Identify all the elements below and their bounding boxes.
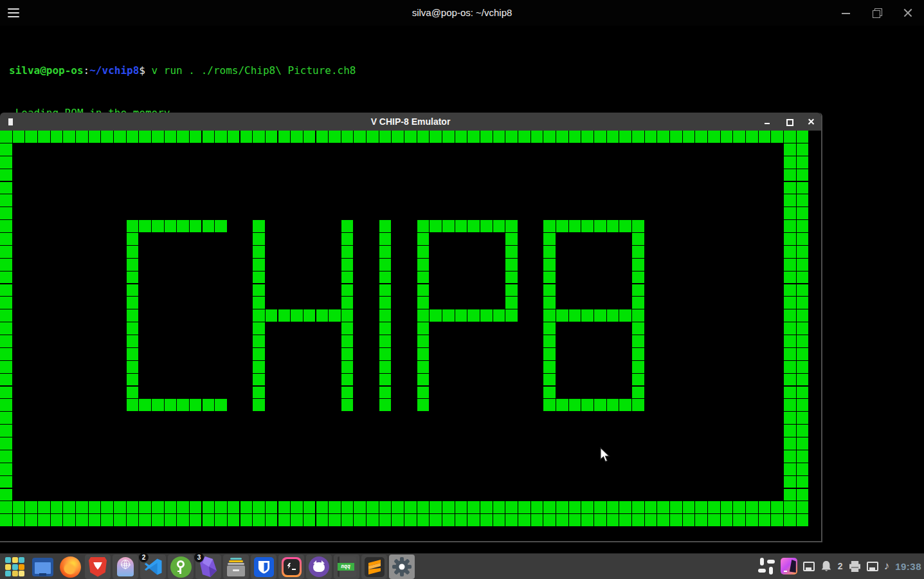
ghost-browser-button[interactable] <box>113 555 138 579</box>
music-note-tray-icon[interactable]: ♪ <box>884 560 890 573</box>
slack-tray-icon[interactable] <box>758 558 775 574</box>
close-button[interactable] <box>900 5 916 21</box>
brave-icon <box>89 557 107 577</box>
mouse-cursor <box>600 447 611 466</box>
vscode-badge: 2 <box>139 553 149 562</box>
archive-manager-button[interactable] <box>223 555 249 579</box>
desktop: silva@pop-os: ~/vchip8 silva@pop-os:~/vc… <box>0 0 924 579</box>
restore-button[interactable] <box>869 5 885 21</box>
minimize-button[interactable] <box>838 5 854 21</box>
file-manager-icon <box>32 558 53 576</box>
keepassxc-icon <box>170 556 192 578</box>
github-desktop-button[interactable] <box>306 555 332 579</box>
printer-tray-icon[interactable] <box>849 561 861 572</box>
terminal-app-button[interactable] <box>278 555 304 579</box>
emulator-window-title: V CHIP-8 Emulator <box>0 113 821 131</box>
bitwarden-icon <box>254 557 274 577</box>
terminal-titlebar: silva@pop-os: ~/vchip8 <box>0 0 924 26</box>
applications-menu-button[interactable] <box>2 555 28 579</box>
prompt-path: ~/vchip8 <box>89 64 139 77</box>
sublime-text-button[interactable] <box>361 555 387 579</box>
emulator-maximize-button[interactable] <box>781 113 797 131</box>
keepassxc-button[interactable] <box>168 555 194 579</box>
notifications-bell-icon[interactable] <box>820 560 832 572</box>
firefox-icon <box>60 556 81 578</box>
obsidian-button[interactable]: 3 <box>195 555 221 579</box>
notification-count: 2 <box>838 561 843 571</box>
notepadqq-button[interactable]: nqq <box>334 555 359 579</box>
prompt-user: silva@pop-os <box>9 64 84 77</box>
gradient-cube-tray-icon[interactable] <box>781 558 797 574</box>
terminal-prompt-line: silva@pop-os:~/vchip8$ v run . ./roms/Ch… <box>9 64 356 78</box>
sublime-text-icon <box>365 557 385 577</box>
emulator-titlebar[interactable]: V CHIP-8 Emulator <box>0 113 821 131</box>
ethernet-tray-icon[interactable] <box>803 562 815 571</box>
notepadqq-icon: nqq <box>338 556 356 577</box>
obsidian-badge: 3 <box>194 553 204 562</box>
system-tray: 2 ♪ 19:38 <box>758 553 921 579</box>
terminal-window-title: silva@pop-os: ~/vchip8 <box>0 0 924 26</box>
firefox-button[interactable] <box>57 555 83 579</box>
gear-icon <box>392 556 412 577</box>
brave-button[interactable] <box>85 555 111 579</box>
ghost-browser-icon <box>117 557 134 576</box>
file-manager-button[interactable] <box>30 555 55 579</box>
emulator-close-button[interactable] <box>802 113 819 131</box>
archive-manager-icon <box>226 557 246 576</box>
ethernet-tray-icon-2[interactable] <box>867 562 878 571</box>
github-desktop-icon <box>309 556 329 577</box>
chip8-display <box>0 131 810 540</box>
active-app-button[interactable] <box>389 555 415 579</box>
emulator-minimize-button[interactable] <box>759 113 775 131</box>
vscode-button[interactable]: 2 <box>140 555 166 579</box>
app-grid-icon <box>5 557 24 576</box>
command-text: v run . ./roms/Chip8\ Picture.ch8 <box>145 64 356 77</box>
emulator-app-icon <box>8 118 13 125</box>
taskbar-clock: 19:38 <box>895 561 921 572</box>
bitwarden-button[interactable] <box>251 555 276 579</box>
terminal-app-icon <box>282 557 302 577</box>
chip8-emulator-window: V CHIP-8 Emulator <box>0 113 822 542</box>
